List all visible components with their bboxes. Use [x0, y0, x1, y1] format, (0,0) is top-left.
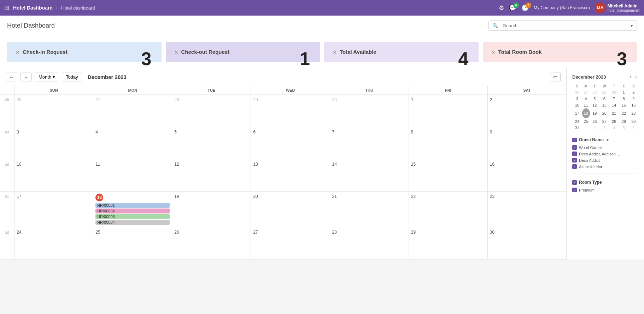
filter-item[interactable]: Deco Addict	[572, 158, 638, 162]
filter-item[interactable]: Azure Interior	[572, 164, 638, 169]
calendar-cell[interactable]: 17	[14, 192, 93, 227]
mini-cal-day[interactable]: 26	[572, 89, 582, 96]
calendar-cell[interactable]: 25	[93, 227, 172, 259]
mini-cal-day[interactable]: 2	[629, 89, 639, 96]
mini-cal-day[interactable]: 31	[572, 125, 582, 131]
calendar-cell[interactable]: 9	[487, 127, 566, 159]
mini-cal-day[interactable]: 24	[572, 118, 582, 125]
calendar-cell[interactable]: 28	[172, 95, 251, 127]
calendar-cell[interactable]: 18HR/00001HR/00002HR/00003HR/00004	[93, 192, 172, 227]
mini-cal-day[interactable]: 29	[599, 89, 609, 96]
messages-icon-btn[interactable]: 💬 6	[509, 4, 516, 12]
calendar-month-button[interactable]: Month ▾	[35, 73, 59, 81]
calendar-cell[interactable]: 19	[172, 192, 251, 227]
mini-cal-day[interactable]: 13	[599, 102, 609, 108]
filter-item[interactable]: Deco Addict, Addison ...	[572, 152, 638, 156]
calendar-cell[interactable]: 2	[487, 95, 566, 127]
mini-cal-day[interactable]: 26	[590, 118, 600, 125]
calendar-cell[interactable]: 20	[251, 192, 329, 227]
mini-cal-day[interactable]: 5	[590, 96, 600, 102]
calendar-cell[interactable]: 3	[14, 127, 93, 159]
mini-cal-day[interactable]: 27	[599, 118, 609, 125]
app-grid-icon[interactable]: ⊞	[4, 4, 10, 12]
mini-cal-day[interactable]: 15	[619, 102, 629, 108]
mini-cal-next-button[interactable]: ›	[634, 74, 638, 80]
calendar-cell[interactable]: 5	[172, 127, 251, 159]
calendar-cell[interactable]: 11	[93, 159, 172, 191]
calendar-cell[interactable]: 28	[330, 227, 409, 259]
mini-cal-day[interactable]: 1	[619, 89, 629, 96]
calendar-event[interactable]: HR/00004	[95, 220, 170, 225]
calendar-cell[interactable]: 27	[251, 227, 329, 259]
guest-filter-arrow[interactable]: ▼	[606, 138, 609, 142]
calendar-cell[interactable]: 29	[251, 95, 329, 127]
filter-item[interactable]: Premium	[572, 188, 638, 192]
filter-checkbox[interactable]	[572, 158, 577, 162]
search-input[interactable]	[502, 21, 627, 30]
mini-cal-day[interactable]: 17	[572, 108, 582, 118]
calendar-event[interactable]: HR/00001	[95, 203, 170, 208]
calendar-cell[interactable]: 12	[172, 159, 251, 191]
calendar-next-button[interactable]: →	[20, 73, 32, 81]
settings-icon-btn[interactable]: ⚙	[499, 4, 504, 12]
mini-cal-day[interactable]: 2	[590, 125, 600, 131]
calendar-cell[interactable]: 15	[409, 159, 487, 191]
guest-filter-checkbox[interactable]	[572, 138, 577, 142]
calendar-cell[interactable]: 24	[14, 227, 93, 259]
calendar-cell[interactable]: 22	[409, 192, 487, 227]
calendar-cell[interactable]: 7	[330, 127, 409, 159]
calendar-cell[interactable]: 30	[330, 95, 409, 127]
mini-cal-day[interactable]: 3	[599, 125, 609, 131]
calendar-cell[interactable]: 29	[409, 227, 487, 259]
calendar-cell[interactable]: 21	[330, 192, 409, 227]
filter-checkbox[interactable]	[572, 152, 577, 156]
mini-cal-day[interactable]: 7	[609, 96, 619, 102]
user-info[interactable]: MA Mitchell Admin hotel_management4	[595, 2, 640, 13]
mini-cal-day[interactable]: 19	[590, 108, 600, 118]
stat-card-close-icon[interactable]: ✕	[174, 50, 178, 55]
mini-cal-day[interactable]: 22	[619, 108, 629, 118]
calendar-cell[interactable]: 1	[409, 95, 487, 127]
mini-cal-day[interactable]: 30	[609, 89, 619, 96]
mini-cal-today[interactable]: 18	[582, 108, 590, 118]
filter-checkbox[interactable]	[572, 188, 577, 192]
mini-cal-day[interactable]: 23	[629, 108, 639, 118]
calendar-event[interactable]: HR/00002	[95, 209, 170, 213]
stat-card-close-icon[interactable]: ✕	[491, 50, 496, 55]
calendar-cell[interactable]: 30	[487, 227, 566, 259]
mini-cal-day[interactable]: 28	[609, 118, 619, 125]
mini-cal-day[interactable]: 8	[619, 96, 629, 102]
mini-cal-day[interactable]: 3	[572, 96, 582, 102]
mini-cal-day[interactable]: 10	[572, 102, 582, 108]
mini-cal-day[interactable]: 14	[609, 102, 619, 108]
stat-card-close-icon[interactable]: ✕	[16, 50, 20, 55]
mini-cal-day[interactable]: 20	[599, 108, 609, 118]
mini-cal-day[interactable]: 6	[599, 96, 609, 102]
filter-item[interactable]: Wood Corner	[572, 145, 638, 150]
mini-cal-day[interactable]: 30	[629, 118, 639, 125]
mini-cal-prev-button[interactable]: ‹	[628, 74, 633, 80]
search-dropdown-button[interactable]: ▾	[627, 21, 637, 30]
calendar-event[interactable]: HR/00003	[95, 214, 170, 219]
calendar-cell[interactable]: 27	[93, 95, 172, 127]
mini-cal-day[interactable]: 28	[590, 89, 600, 96]
calendar-cell[interactable]: 23	[487, 192, 566, 227]
mini-cal-day[interactable]: 29	[619, 118, 629, 125]
calendar-cell[interactable]: 16	[487, 159, 566, 191]
mini-cal-day[interactable]: 4	[582, 96, 590, 102]
mini-cal-day[interactable]: 9	[629, 96, 639, 102]
mini-cal-day[interactable]: 1	[582, 125, 590, 131]
mini-cal-day[interactable]: 27	[582, 89, 590, 96]
stat-card-close-icon[interactable]: ✕	[333, 50, 337, 55]
calendar-cell[interactable]: 8	[409, 127, 487, 159]
filter-checkbox[interactable]	[572, 145, 577, 150]
room-filter-checkbox[interactable]	[572, 180, 577, 185]
calendar-cell[interactable]: 14	[330, 159, 409, 191]
filter-checkbox[interactable]	[572, 164, 577, 169]
calendar-today-button[interactable]: Today	[62, 73, 82, 81]
calendar-cell[interactable]: 6	[251, 127, 329, 159]
mini-cal-day[interactable]: 11	[582, 102, 590, 108]
mini-cal-day[interactable]: 16	[629, 102, 639, 108]
calendar-view-toggle-button[interactable]: ▭	[550, 73, 561, 81]
calendar-cell[interactable]: 13	[251, 159, 329, 191]
